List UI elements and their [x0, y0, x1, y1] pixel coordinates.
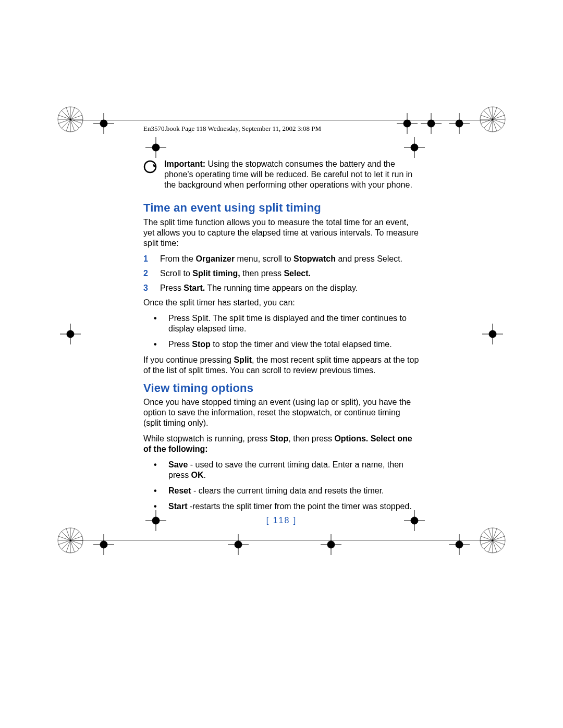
- paragraph: While stopwatch is running, press Stop, …: [143, 434, 420, 454]
- crosshair-icon: [400, 133, 429, 162]
- step-item: 1 From the Organizer menu, scroll to Sto…: [143, 254, 420, 264]
- list-item: •Press Stop to stop the timer and view t…: [143, 339, 420, 350]
- bullet-list: •Press Split. The split time is displaye…: [143, 313, 420, 350]
- list-text: Press Split. The split time is displayed…: [168, 313, 420, 334]
- crosshair-icon: [142, 133, 170, 162]
- crosshair-icon: [479, 320, 507, 348]
- important-icon: [143, 160, 157, 176]
- list-item: •Start -restarts the split timer from th…: [143, 501, 420, 512]
- page-content: Important: Using the stopwatch consumes …: [143, 159, 420, 517]
- crosshair-icon: [90, 530, 118, 559]
- crop-mark-bottom: [70, 540, 493, 540]
- paragraph: Once you have stopped timing an event (u…: [143, 397, 420, 428]
- list-text: Press Stop to stop the timer and view th…: [168, 339, 392, 350]
- bullet-icon: •: [154, 339, 161, 350]
- options-list: •Save - used to save the current timing …: [143, 460, 420, 512]
- step-number: 1: [143, 254, 153, 264]
- paragraph: Once the split timer has started, you ca…: [143, 298, 420, 308]
- list-item: •Reset - clears the current timing data …: [143, 486, 420, 496]
- registration-mark-icon: [479, 526, 507, 554]
- document-page: En3570.book Page 118 Wednesday, Septembe…: [0, 0, 563, 728]
- section-heading-view-options: View timing options: [143, 381, 420, 396]
- list-text: Save - used to save the current timing d…: [168, 460, 420, 480]
- bullet-icon: •: [154, 486, 161, 496]
- important-note: Important: Using the stopwatch consumes …: [143, 159, 420, 190]
- step-number: 2: [143, 268, 153, 279]
- step-item: 2 Scroll to Split timing, then press Sel…: [143, 268, 420, 279]
- crosshair-icon: [445, 109, 473, 138]
- bullet-icon: •: [154, 313, 161, 334]
- step-number: 3: [143, 283, 153, 293]
- crosshair-icon: [445, 530, 473, 559]
- paragraph: The split time function allows you to me…: [143, 217, 420, 249]
- registration-mark-icon: [56, 526, 84, 554]
- list-item: •Save - used to save the current timing …: [143, 460, 420, 480]
- step-item: 3 Press Start. The running time appears …: [143, 283, 420, 293]
- crosshair-icon: [56, 320, 84, 348]
- list-text: Reset - clears the current timing data a…: [168, 486, 384, 496]
- page-number: [ 118 ]: [0, 516, 563, 525]
- list-text: Start -restarts the split timer from the…: [168, 501, 412, 512]
- bullet-icon: •: [154, 501, 161, 512]
- section-heading-split-timing: Time an event using split timing: [143, 201, 420, 215]
- registration-mark-icon: [56, 105, 84, 133]
- list-item: •Press Split. The split time is displaye…: [143, 313, 420, 334]
- crosshair-icon: [90, 109, 118, 138]
- steps-list: 1 From the Organizer menu, scroll to Sto…: [143, 254, 420, 293]
- crosshair-icon: [224, 530, 252, 559]
- page-header: En3570.book Page 118 Wednesday, Septembe…: [143, 125, 321, 133]
- important-text: Important: Using the stopwatch consumes …: [164, 159, 420, 190]
- important-label: Important:: [164, 159, 205, 168]
- step-text: Press Start. The running time appears on…: [160, 283, 358, 293]
- crosshair-icon: [317, 530, 345, 559]
- paragraph: If you continue pressing Split, the most…: [143, 355, 420, 376]
- step-text: Scroll to Split timing, then press Selec…: [160, 268, 311, 279]
- step-text: From the Organizer menu, scroll to Stopw…: [160, 254, 402, 264]
- registration-mark-icon: [479, 105, 507, 133]
- bullet-icon: •: [154, 460, 161, 480]
